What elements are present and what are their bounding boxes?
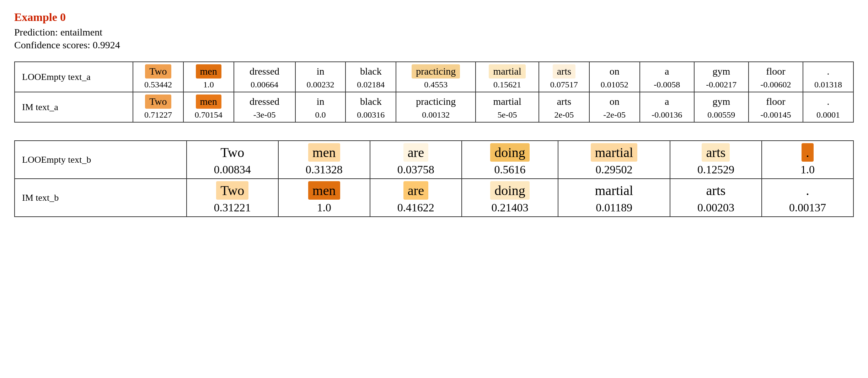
token-word-0-3: in — [314, 64, 327, 79]
token-word-0-12: . — [824, 64, 832, 79]
token-word-0-4: black — [357, 64, 385, 79]
token-cell-1-8: on-2e-05 — [589, 92, 640, 122]
token-word-0-6: . — [802, 143, 814, 162]
token-score-0-10: -0.00217 — [706, 80, 736, 90]
token-word-1-3: doing — [490, 181, 530, 200]
table1-section: LOOEmpty text_aTwo0.53442men1.0dressed0.… — [14, 61, 854, 123]
table2-section: LOOEmpty text_bTwo0.00834men0.31328are0.… — [14, 140, 854, 217]
token-cell-1-11: floor-0.00145 — [749, 92, 803, 122]
token-word-1-8: on — [607, 94, 622, 109]
token-cell-0-10: gym-0.00217 — [694, 62, 749, 92]
token-word-1-10: gym — [709, 94, 733, 109]
token-word-0-9: a — [662, 64, 672, 79]
token-cell-0-5: arts0.12529 — [670, 141, 762, 179]
token-score-1-3: 0.21403 — [492, 201, 529, 214]
token-cell-1-5: arts0.00203 — [670, 179, 762, 217]
prediction-label: Prediction: — [14, 27, 58, 38]
token-cell-0-9: a-0.0058 — [640, 62, 694, 92]
row-label-0: LOOEmpty text_b — [15, 141, 187, 179]
token-score-1-7: 2e-05 — [554, 110, 574, 120]
token-cell-1-4: black0.00316 — [345, 92, 396, 122]
token-score-1-0: 0.71227 — [144, 110, 172, 120]
token-cell-0-5: practicing0.4553 — [396, 62, 476, 92]
token-cell-1-6: martial5e-05 — [476, 92, 539, 122]
token-score-0-5: 0.12529 — [697, 163, 734, 176]
confidence-label: Confidence scores: — [14, 39, 90, 50]
token-score-0-2: 0.00664 — [251, 80, 278, 90]
token-word-0-1: men — [196, 64, 221, 79]
token-cell-1-0: Two0.71227 — [133, 92, 183, 122]
token-word-1-0: Two — [145, 94, 171, 109]
token-word-0-10: gym — [709, 64, 733, 79]
token-word-0-5: practicing — [412, 64, 460, 79]
token-word-1-2: dressed — [247, 94, 282, 109]
token-cell-0-11: floor-0.00602 — [749, 62, 803, 92]
confidence-value: 0.9924 — [93, 39, 120, 50]
token-score-0-4: 0.29502 — [596, 163, 633, 176]
token-word-0-0: Two — [145, 64, 171, 79]
token-score-0-3: 0.00232 — [307, 80, 334, 90]
token-word-1-6: . — [803, 181, 812, 200]
token-cell-1-9: a-0.00136 — [640, 92, 694, 122]
token-word-1-1: men — [196, 94, 221, 109]
token-word-0-11: floor — [763, 64, 788, 79]
token-cell-1-7: arts2e-05 — [539, 92, 589, 122]
token-word-1-0: Two — [216, 181, 248, 200]
token-word-0-0: Two — [218, 143, 247, 162]
token-cell-0-6: martial0.15621 — [476, 62, 539, 92]
token-cell-0-1: men0.31328 — [278, 141, 370, 179]
token-score-0-6: 0.15621 — [493, 80, 521, 90]
token-score-1-2: -3e-05 — [253, 110, 276, 120]
token-score-0-4: 0.02184 — [357, 80, 385, 90]
token-cell-1-10: gym0.00559 — [694, 92, 749, 122]
token-score-0-11: -0.00602 — [760, 80, 791, 90]
token-word-0-1: men — [308, 143, 340, 162]
token-word-0-5: arts — [702, 143, 730, 162]
token-cell-0-4: martial0.29502 — [558, 141, 670, 179]
token-score-0-7: 0.07517 — [550, 80, 578, 90]
example-title: Example 0 — [14, 11, 854, 24]
token-score-0-1: 1.0 — [203, 80, 214, 90]
token-score-1-12: 0.0001 — [816, 110, 840, 120]
token-word-0-8: on — [607, 64, 622, 79]
token-score-1-1: 1.0 — [317, 201, 331, 214]
token-word-1-5: arts — [703, 181, 728, 200]
token-word-1-11: floor — [763, 94, 788, 109]
token-score-1-6: 0.00137 — [789, 201, 826, 214]
token-score-1-8: -2e-05 — [603, 110, 626, 120]
token-score-1-4: 0.00316 — [357, 110, 385, 120]
token-score-1-2: 0.41622 — [397, 201, 434, 214]
token-word-0-6: martial — [489, 64, 525, 79]
token-cell-1-5: practicing0.00132 — [396, 92, 476, 122]
token-cell-1-6: .0.00137 — [762, 179, 853, 217]
token-score-0-3: 0.5616 — [494, 163, 526, 176]
token-word-1-4: martial — [592, 181, 636, 200]
token-word-1-7: arts — [554, 94, 574, 109]
token-score-1-10: 0.00559 — [707, 110, 735, 120]
token-word-0-7: arts — [553, 64, 575, 79]
token-cell-1-1: men1.0 — [278, 179, 370, 217]
token-score-1-6: 5e-05 — [498, 110, 517, 120]
token-cell-1-3: doing0.21403 — [462, 179, 558, 217]
token-word-1-9: a — [662, 94, 672, 109]
token-cell-0-4: black0.02184 — [345, 62, 396, 92]
token-word-0-4: martial — [591, 143, 638, 162]
token-word-1-12: . — [824, 94, 832, 109]
token-cell-0-12: .0.01318 — [803, 62, 853, 92]
token-cell-1-0: Two0.31221 — [187, 179, 278, 217]
token-score-0-0: 0.00834 — [214, 163, 251, 176]
token-score-1-3: 0.0 — [315, 110, 326, 120]
token-score-0-5: 0.4553 — [424, 80, 448, 90]
prediction-value: entailment — [60, 27, 102, 38]
token-word-0-2: dressed — [247, 64, 282, 79]
token-cell-0-8: on0.01052 — [589, 62, 640, 92]
token-cell-0-2: dressed0.00664 — [234, 62, 295, 92]
token-word-1-3: in — [314, 94, 327, 109]
token-cell-0-0: Two0.00834 — [187, 141, 278, 179]
prediction-line: Prediction: entailment — [14, 27, 854, 38]
token-score-0-9: -0.0058 — [654, 80, 680, 90]
token-score-1-5: 0.00132 — [422, 110, 450, 120]
token-score-1-9: -0.00136 — [652, 110, 682, 120]
row-label-0: LOOEmpty text_a — [15, 62, 133, 92]
token-score-0-0: 0.53442 — [144, 80, 172, 90]
